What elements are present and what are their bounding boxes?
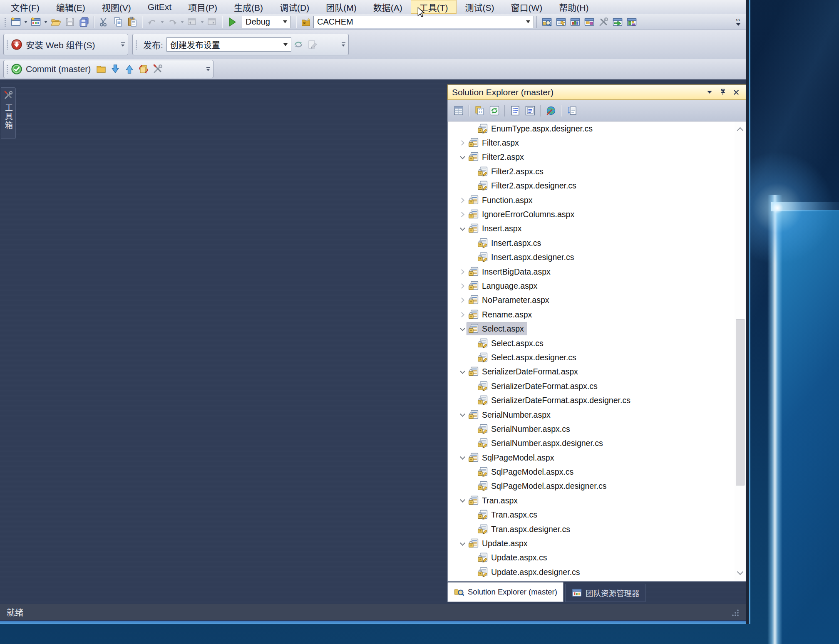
tree-row[interactable]: SerialNumber.aspx.cs [448,422,746,436]
tree-row-content[interactable]: Update.aspx.cs [476,552,550,564]
menu-item[interactable]: 视图(V) [94,0,139,14]
panel-title-bar[interactable]: Solution Explorer (master) [447,84,746,100]
close-button[interactable] [731,87,742,98]
expand-chevron-icon[interactable] [458,296,467,305]
tree-scrollbar[interactable] [735,121,746,581]
install-web-label[interactable]: 安装 Web 组件(S) [26,38,95,51]
show-all-files-button[interactable] [472,104,487,117]
tree-row[interactable]: Insert.aspx.cs [448,236,746,250]
tree-row[interactable]: Select.aspx [448,322,746,336]
tree-row-content[interactable]: Insert.aspx.designer.cs [476,251,577,263]
expand-chevron-icon[interactable] [458,281,467,290]
tree-row[interactable]: SerialNumber.aspx [448,408,746,422]
tree-row[interactable]: Tran.aspx.cs [448,508,746,522]
menu-item[interactable]: 数据(A) [365,0,411,14]
tree-row-content[interactable]: SerialNumber.aspx.cs [476,423,573,435]
open-file-button[interactable] [49,15,63,29]
tree-row[interactable]: Filter2.aspx.cs [448,164,746,178]
expand-chevron-icon[interactable] [458,210,467,219]
scroll-down-button[interactable] [735,566,746,580]
expand-chevron-icon[interactable] [458,367,467,376]
tree-row[interactable]: Select.aspx.designer.cs [448,350,746,364]
tree-row-content[interactable]: Filter2.aspx [467,151,527,163]
save-button[interactable] [63,15,77,29]
tree-row[interactable]: Update.aspx [448,536,746,550]
tree-row-content[interactable]: EnumType.aspx.designer.cs [476,123,596,135]
commit-label[interactable]: Commit (master) [26,64,91,74]
tree-row[interactable]: InsertBigData.aspx [448,265,746,279]
tree-row[interactable]: SerializerDateFormat.aspx.designer.cs [448,393,746,407]
expand-chevron-icon[interactable] [458,453,467,462]
publish-sync-button[interactable] [291,38,305,51]
tree-row-content[interactable]: InsertBigData.aspx [467,266,554,278]
refresh-button[interactable] [487,104,502,117]
add-item-dropdown[interactable] [43,15,49,29]
new-project-button[interactable] [9,15,23,29]
options-tools-button[interactable] [596,15,611,29]
redo-dropdown[interactable] [179,15,185,29]
search-combo[interactable]: CACHEM [313,16,534,28]
view-in-browser-button[interactable] [544,104,559,117]
tree-row-content[interactable]: IgnoreErrorColumns.aspx [467,208,577,220]
toolbox-tab[interactable]: 工具箱 [1,87,16,139]
resize-grip[interactable] [730,608,740,617]
tree-row-content[interactable]: Rename.aspx [467,309,535,321]
debug-config-combo[interactable]: Debug [242,16,291,28]
add-item-button[interactable] [29,15,43,29]
menu-item[interactable]: 生成(B) [226,0,271,14]
expand-chevron-icon[interactable] [458,153,467,162]
expand-chevron-icon[interactable] [458,224,467,233]
navigate-go-button[interactable] [611,15,625,29]
nav-back-button[interactable] [185,15,199,29]
tree-row[interactable]: Filter2.aspx [448,150,746,164]
properties-window-button[interactable] [554,15,568,29]
tree-row[interactable]: Models [448,580,746,582]
extensions-button[interactable] [582,15,596,29]
expand-chevron-icon[interactable] [458,539,467,548]
tree-row-content[interactable]: Insert.aspx.cs [476,237,544,249]
copy-button[interactable] [111,15,125,29]
menu-item[interactable]: GitExt [139,0,180,14]
menu-item[interactable]: 测试(S) [457,0,502,14]
window-menu-button[interactable] [704,87,715,98]
publish-edit-button[interactable] [305,38,320,51]
toolbar-grip[interactable] [135,40,138,50]
start-debug-button[interactable] [225,15,239,29]
new-project-dropdown[interactable] [23,15,29,29]
tree-row-content[interactable]: Tran.aspx [467,495,521,507]
browse-button[interactable] [299,15,313,29]
group-overflow-button[interactable] [119,42,126,47]
tree-row[interactable]: EnumType.aspx.designer.cs [448,121,746,136]
menu-item[interactable]: 帮助(H) [551,0,597,14]
expand-chevron-icon[interactable] [458,324,467,334]
tree-row-content[interactable]: NoParameter.aspx [467,294,552,306]
menu-item[interactable]: 窗口(W) [502,0,551,14]
undo-dropdown[interactable] [159,15,165,29]
scrollbar-thumb[interactable] [736,319,745,485]
expand-chevron-icon[interactable] [458,267,467,276]
scroll-up-button[interactable] [735,122,746,136]
paste-button[interactable] [125,15,139,29]
tree-row[interactable]: SqlPageModel.aspx.designer.cs [448,479,746,493]
menu-item[interactable]: 调试(D) [271,0,318,14]
tree-row-content[interactable]: SerializerDateFormat.aspx.designer.cs [476,394,633,406]
tree-row[interactable]: Insert.aspx [448,222,746,236]
publish-profile-combo[interactable]: 创建发布设置 [166,37,291,52]
toolbar-overflow-button[interactable]: ›› [736,18,740,26]
find-in-files-button[interactable] [540,15,554,29]
tree-row[interactable]: SerializerDateFormat.aspx.cs [448,379,746,393]
expand-chevron-icon[interactable] [458,139,467,148]
tree-row[interactable]: Tran.aspx.designer.cs [448,522,746,536]
tree-row-content[interactable]: Select.aspx.designer.cs [476,352,579,364]
menu-item[interactable]: 项目(P) [180,0,226,14]
tree-row[interactable]: Language.aspx [448,279,746,293]
tab-team-explorer[interactable]: 团队资源管理器 [565,584,646,602]
tree-row-content[interactable]: SerializerDateFormat.aspx [467,366,581,378]
expand-chevron-icon[interactable] [458,310,467,319]
tab-solution-explorer[interactable]: Solution Explorer (master) [447,582,563,602]
tree-row-content[interactable]: SqlPageModel.aspx [467,452,557,464]
tree-row-content[interactable]: Update.aspx.designer.cs [476,566,583,578]
tree-row-content[interactable]: Select.aspx [467,323,527,335]
view-designer-button[interactable] [523,104,538,117]
tree-row[interactable]: Select.aspx.cs [448,336,746,350]
